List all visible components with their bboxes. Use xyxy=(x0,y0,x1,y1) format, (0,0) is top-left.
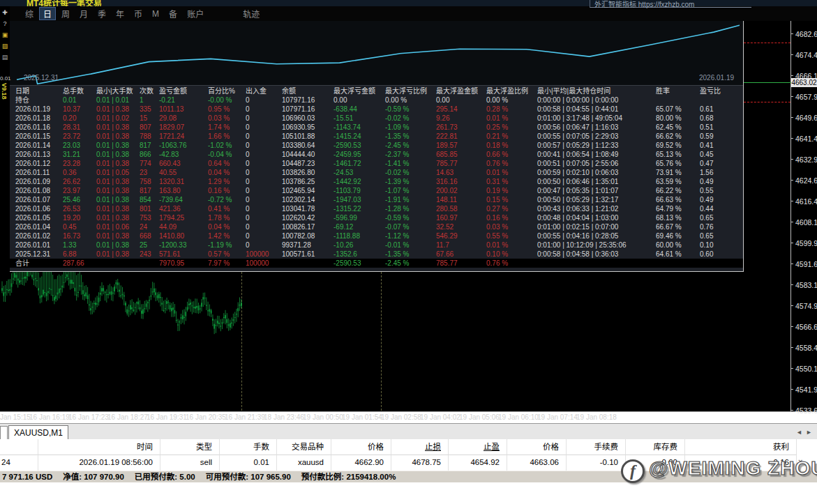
stats-row-2026.01.12: 2026.01.1223.280.01 | 0.38774660.430.64 … xyxy=(10,159,743,168)
stats-cell: -1143.74 xyxy=(333,123,385,132)
stats-cell: 0:00:56 | 0:06:47 | 1:16:03 xyxy=(537,123,656,132)
stats-cell: 31.21 xyxy=(63,150,96,159)
stats-cell: 189.57 xyxy=(436,141,486,150)
stats-cell: 0.01 | 0.38 xyxy=(96,186,140,195)
trade-col-header[interactable]: 类型 xyxy=(160,439,220,455)
stats-column-header: 余额 xyxy=(282,86,333,96)
trade-cell: 0.01 xyxy=(220,455,277,471)
stats-cell xyxy=(282,259,333,268)
promo-link[interactable]: 外汇智能指标 https://fxzhzb.com xyxy=(590,0,751,8)
time-scale-label: 16 Jan 18:27 xyxy=(107,413,148,421)
stats-cell: 107971.16 xyxy=(282,105,333,114)
stats-cell xyxy=(537,259,656,268)
stats-cell: -1063.76 xyxy=(159,141,208,150)
stats-cell: 0.01 | 0.38 xyxy=(96,132,140,141)
stats-cell xyxy=(656,259,700,268)
price-tick xyxy=(790,96,793,97)
menu-item-年[interactable]: 年 xyxy=(112,7,128,20)
stats-row-2026.01.05: 2026.01.0519.200.01 | 0.387531794.251.78… xyxy=(10,213,743,222)
price-scale-label: 4566.65 xyxy=(795,323,817,331)
price-scale-label: 4649.65 xyxy=(795,114,817,122)
stats-column-header: 最大浮亏金额 xyxy=(333,86,385,96)
stats-cell: 0.00 % xyxy=(486,96,537,105)
stats-cell: 107971.16 xyxy=(282,96,333,105)
menu-item-备[interactable]: 备 xyxy=(165,7,181,20)
stats-date-cell: 2026.01.06 xyxy=(15,204,63,213)
menu-item-track[interactable]: 轨迹 xyxy=(239,7,264,20)
menu-item-日[interactable]: 日 xyxy=(39,7,56,20)
stats-cell: 0.57 % xyxy=(208,250,246,259)
menu-item-M[interactable]: M xyxy=(148,8,163,20)
trade-col-header[interactable]: 获利 xyxy=(685,439,797,455)
stats-column-header: 最大浮盈比例 xyxy=(486,86,537,96)
menu-item-周[interactable]: 周 xyxy=(57,7,74,20)
stats-cell: -42.83 xyxy=(159,150,208,159)
stats-date-cell: 2026.01.19 xyxy=(15,105,63,114)
trade-col-header[interactable]: 交易品种 xyxy=(277,439,331,455)
trade-cell: 4678.75 xyxy=(391,455,449,471)
stats-cell: 100826.17 xyxy=(282,222,333,231)
stats-cell: 0.76 % xyxy=(486,159,537,168)
stats-cell: 685.85 xyxy=(436,150,486,159)
stats-cell: 0.55 xyxy=(700,186,743,195)
statistics-panel: 2025.12.31 2026.01.19 日期总手数最小|大手数次数盈亏金额百… xyxy=(10,21,744,272)
stats-date-cell: 2026.01.04 xyxy=(15,222,63,231)
trade-col-header[interactable]: 手续费 xyxy=(567,439,626,455)
stats-cell: -1103.79 xyxy=(333,186,385,195)
stats-cell: 0 xyxy=(246,222,282,231)
price-tick xyxy=(790,368,793,369)
trade-col-header[interactable]: 库存费 xyxy=(626,439,685,455)
trade-col-header[interactable]: 时间 xyxy=(38,439,160,455)
stats-cell: -739.64 xyxy=(159,195,208,204)
stats-row-2026.01.06: 2026.01.0626.530.01 | 0.38801421.360.41 … xyxy=(10,204,743,213)
trade-col-header[interactable]: 价格 xyxy=(331,439,391,455)
stats-cell: 222.81 xyxy=(436,132,486,141)
menu-item-账户[interactable]: 账户 xyxy=(183,7,208,20)
tool-b-icon[interactable]: ▨ xyxy=(1,42,9,50)
stats-cell: 26.62 xyxy=(63,177,96,186)
stats-cell: -1315.22 xyxy=(333,204,385,213)
menu-item-月[interactable]: 月 xyxy=(75,7,92,20)
price-scale-label: 4624.65 xyxy=(795,176,817,185)
stats-cell: -0.72 % xyxy=(208,195,246,204)
price-tick xyxy=(790,264,793,264)
stats-cell: 0 xyxy=(246,204,282,213)
help-icon[interactable]: ? xyxy=(1,20,9,28)
stats-cell: 105101.88 xyxy=(282,132,333,141)
stats-cell: -0.59 % xyxy=(385,213,436,222)
stats-cell: 0.31 % xyxy=(486,177,537,186)
stats-cell: 106930.95 xyxy=(282,123,333,132)
stats-cell: -0.00 % xyxy=(208,96,246,105)
tab-scroll-right-icon[interactable]: ► xyxy=(806,429,812,436)
stats-row-2026.01.18: 2026.01.180.200.01 | 0.021529.080.03 %01… xyxy=(10,114,743,123)
stats-cell: 0.41 xyxy=(700,141,743,150)
trade-col-header[interactable]: 止损 xyxy=(391,439,449,455)
stats-cell: 66.63 % xyxy=(656,195,700,204)
window-icon[interactable]: ▤ xyxy=(1,53,9,61)
stats-cell: 0.10 xyxy=(700,240,743,250)
trade-col-header[interactable] xyxy=(0,439,38,455)
trade-col-header[interactable]: 手数 xyxy=(220,439,277,455)
time-scale-label: 16 Jan 19:31 xyxy=(147,413,187,421)
stats-cell: 14.63 xyxy=(436,168,486,177)
move-icon[interactable]: ✚ xyxy=(1,8,9,17)
stats-cell: -1.28 % xyxy=(385,204,436,213)
menu-item-币[interactable]: 币 xyxy=(130,7,147,20)
menu-item-综[interactable]: 综 xyxy=(21,7,38,20)
equity-curve xyxy=(10,21,743,85)
stats-cell: 100000 xyxy=(246,250,282,259)
trade-col-header[interactable]: 止盈 xyxy=(449,439,507,455)
stats-cell: 40.55 xyxy=(159,168,208,177)
stats-date-cell: 2025.12.31 xyxy=(15,250,63,259)
curve-end-date: 2026.01.19 xyxy=(699,74,734,82)
stats-cell: -2590.53 xyxy=(333,259,385,268)
day-separator-line xyxy=(381,272,382,411)
trade-col-header[interactable]: 价格 xyxy=(507,439,567,455)
tool-a-icon[interactable]: ▣ xyxy=(1,31,9,39)
tab-scroll-left-icon[interactable]: ◄ xyxy=(796,429,802,436)
tab-xauusd-m1[interactable]: XAUUSD,M1 xyxy=(8,425,68,441)
stats-cell: 1.33 xyxy=(63,240,96,250)
stats-cell: 287.66 xyxy=(63,259,96,268)
menu-item-季[interactable]: 季 xyxy=(93,7,110,20)
hidden-tab[interactable] xyxy=(0,426,8,441)
